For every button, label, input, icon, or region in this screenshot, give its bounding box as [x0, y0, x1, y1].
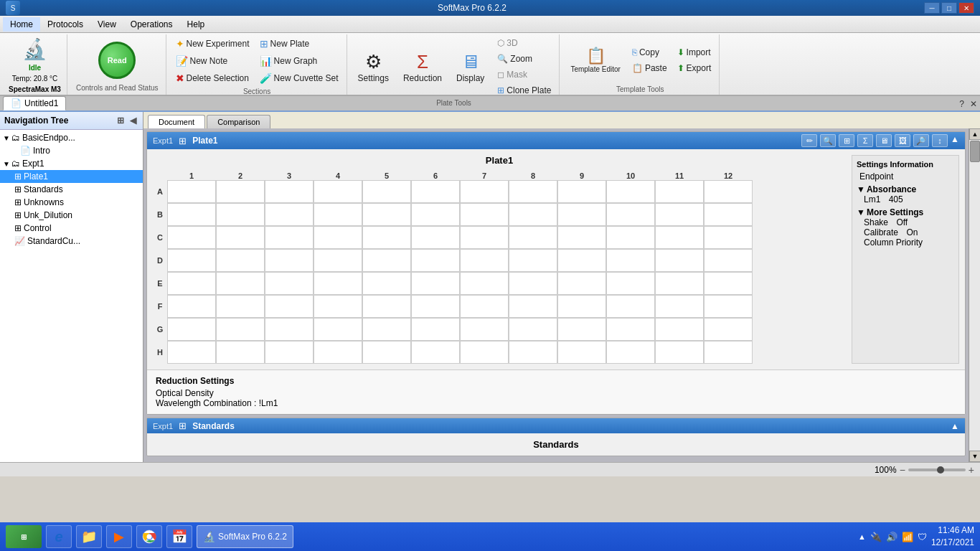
import-button[interactable]: ⬇ Import [674, 45, 715, 60]
plate-tool-arrows[interactable]: ↕ [932, 134, 948, 147]
sys-tray-expand[interactable]: ▲ [858, 532, 866, 541]
plate-cell-D9[interactable] [557, 249, 606, 272]
plate-cell-G2[interactable] [216, 318, 265, 341]
mask-button[interactable]: ◻ Mask [494, 67, 555, 82]
plate-cell-F4[interactable] [314, 295, 362, 318]
plate-cell-A2[interactable] [216, 180, 265, 203]
plate-cell-H4[interactable] [314, 341, 362, 364]
plate-cell-B7[interactable] [460, 203, 509, 226]
zoom-button[interactable]: 🔍 Zoom [494, 52, 555, 66]
tree-item-plate1[interactable]: ⊞ Plate1 [0, 170, 143, 183]
plate-cell-E1[interactable] [167, 272, 216, 295]
clone-plate-button[interactable]: ⊞ Clone Plate [494, 83, 555, 98]
copy-button[interactable]: ⎘ Copy [628, 45, 671, 60]
menu-operations[interactable]: Operations [123, 17, 180, 32]
plate-cell-B1[interactable] [167, 203, 216, 226]
tree-item-standardcu[interactable]: 📈 StandardCu... [0, 235, 143, 248]
plate-tool-sigma[interactable]: Σ [857, 134, 873, 147]
new-graph-button[interactable]: 📊 New Graph [256, 53, 342, 69]
tree-item-basicendpo[interactable]: ▼ 🗂 BasicEndpo... [0, 131, 143, 144]
plate-cell-A8[interactable] [509, 180, 557, 203]
plate-cell-F3[interactable] [265, 295, 314, 318]
help-button[interactable]: ? [956, 98, 967, 110]
plate-cell-D3[interactable] [265, 249, 314, 272]
plate-tool-img[interactable]: 🖼 [895, 134, 910, 147]
export-button[interactable]: ⬆ Export [674, 61, 715, 75]
zoom-thumb[interactable] [937, 466, 944, 474]
standards-expand-btn[interactable]: ▲ [951, 421, 959, 431]
paste-button[interactable]: 📋 Paste [628, 61, 671, 75]
plate-cell-D10[interactable] [606, 249, 655, 272]
plate-cell-A4[interactable] [314, 180, 362, 203]
doc-tab-untitled1[interactable]: 📄 Untitled1 [3, 96, 66, 110]
plate-cell-H7[interactable] [460, 341, 509, 364]
plate-cell-D4[interactable] [314, 249, 362, 272]
plate-cell-F11[interactable] [655, 295, 704, 318]
plate-cell-C2[interactable] [216, 226, 265, 249]
plate-cell-F5[interactable] [362, 295, 411, 318]
plate-cell-B6[interactable] [411, 203, 460, 226]
scroll-track[interactable] [969, 140, 980, 451]
plate-cell-C4[interactable] [314, 226, 362, 249]
plate-cell-C7[interactable] [460, 226, 509, 249]
plate-cell-D11[interactable] [655, 249, 704, 272]
plate-cell-C5[interactable] [362, 226, 411, 249]
plate-cell-E5[interactable] [362, 272, 411, 295]
plate-cell-F10[interactable] [606, 295, 655, 318]
plate-cell-E7[interactable] [460, 272, 509, 295]
plate-cell-D2[interactable] [216, 249, 265, 272]
plate-cell-D8[interactable] [509, 249, 557, 272]
read-button[interactable]: Read [98, 42, 136, 79]
plate-cell-A9[interactable] [557, 180, 606, 203]
plate-cell-B3[interactable] [265, 203, 314, 226]
plate-cell-B4[interactable] [314, 203, 362, 226]
plate-cell-G3[interactable] [265, 318, 314, 341]
plate-cell-E12[interactable] [704, 272, 753, 295]
plate-cell-A5[interactable] [362, 180, 411, 203]
nav-tree-collapse-btn[interactable]: ◀ [128, 115, 138, 126]
plate-cell-G8[interactable] [509, 318, 557, 341]
plate-cell-H3[interactable] [265, 341, 314, 364]
zoom-slider[interactable] [908, 468, 966, 471]
plate-cell-E4[interactable] [314, 272, 362, 295]
plate-cell-E9[interactable] [557, 272, 606, 295]
plate-cell-A7[interactable] [460, 180, 509, 203]
close-doc-button[interactable]: ✕ [967, 98, 980, 110]
plate-cell-B5[interactable] [362, 203, 411, 226]
new-note-button[interactable]: 📝 New Note [172, 53, 253, 69]
plate-cell-G6[interactable] [411, 318, 460, 341]
tree-item-expt1[interactable]: ▼ 🗂 Expt1 [0, 157, 143, 170]
plate-cell-B10[interactable] [606, 203, 655, 226]
tree-item-standards[interactable]: ⊞ Standards [0, 183, 143, 196]
sys-tray-volume[interactable]: 🔊 [886, 532, 897, 542]
plate-cell-H1[interactable] [167, 341, 216, 364]
plate-cell-A11[interactable] [655, 180, 704, 203]
plate-cell-G11[interactable] [655, 318, 704, 341]
plate-cell-H6[interactable] [411, 341, 460, 364]
plate-cell-B9[interactable] [557, 203, 606, 226]
taskbar-softmax-active[interactable]: 🔬 SoftMax Pro 6.2.2 [197, 525, 293, 548]
plate-cell-C9[interactable] [557, 226, 606, 249]
plate-cell-H10[interactable] [606, 341, 655, 364]
plate-cell-F6[interactable] [411, 295, 460, 318]
plate-cell-G7[interactable] [460, 318, 509, 341]
taskbar-calendar[interactable]: 📅 [166, 525, 192, 548]
plate-cell-C10[interactable] [606, 226, 655, 249]
plate-tool-search[interactable]: 🔍 [820, 134, 836, 147]
plate-cell-A3[interactable] [265, 180, 314, 203]
plate-tool-zoom[interactable]: 🔎 [913, 134, 929, 147]
tree-item-unk-dilution[interactable]: ⊞ Unk_Dilution [0, 209, 143, 222]
new-experiment-button[interactable]: ✦ New Experiment [172, 36, 253, 52]
plate-cell-G1[interactable] [167, 318, 216, 341]
plate-cell-A1[interactable] [167, 180, 216, 203]
start-button[interactable]: ⊞ [6, 525, 42, 548]
plate-cell-E10[interactable] [606, 272, 655, 295]
plate-cell-D6[interactable] [411, 249, 460, 272]
plate-cell-F8[interactable] [509, 295, 557, 318]
plate-cell-H2[interactable] [216, 341, 265, 364]
plate-cell-B11[interactable] [655, 203, 704, 226]
plate-cell-E11[interactable] [655, 272, 704, 295]
plate-tool-grid[interactable]: ⊞ [839, 134, 854, 147]
scroll-thumb[interactable] [970, 141, 980, 162]
tree-item-unknowns[interactable]: ⊞ Unknowns [0, 196, 143, 209]
